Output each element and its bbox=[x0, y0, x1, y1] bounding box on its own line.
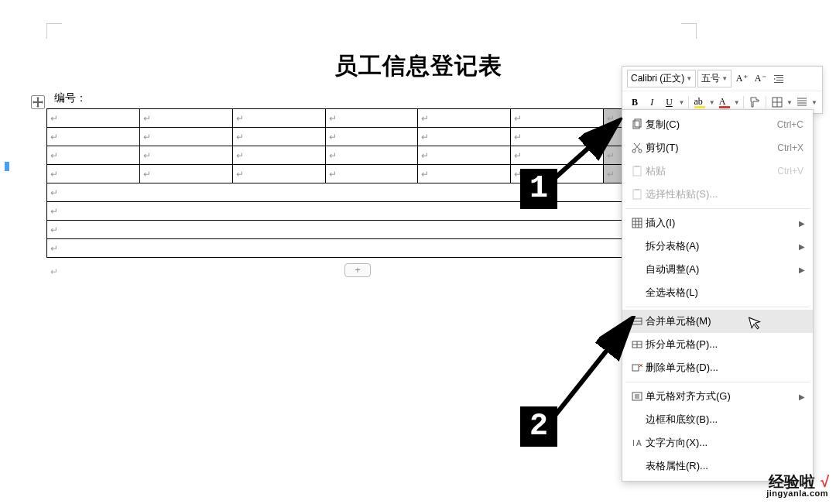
border-button[interactable] bbox=[769, 94, 785, 110]
table-move-handle[interactable] bbox=[31, 95, 45, 109]
context-menu: 复制(C) Ctrl+C 剪切(T) Ctrl+X 粘贴 Ctrl+V 选择性粘… bbox=[622, 109, 814, 482]
menu-label: 插入(I) bbox=[646, 216, 803, 230]
table-cell[interactable]: ↵ bbox=[418, 128, 511, 146]
watermark: 经验啦 √ jingyanla.com bbox=[766, 474, 828, 498]
table-cell[interactable]: ↵ bbox=[325, 128, 418, 146]
increase-font-button[interactable]: A⁺ bbox=[733, 71, 750, 87]
table-row: ↵ bbox=[47, 239, 697, 258]
annotation-number-2: 2 bbox=[520, 406, 557, 447]
font-name-value: Calibri (正文) bbox=[631, 72, 684, 85]
table-cell[interactable]: ↵ bbox=[47, 146, 140, 165]
menu-label: 全选表格(L) bbox=[646, 286, 803, 300]
menu-label: 合并单元格(M) bbox=[646, 314, 803, 328]
page-break-marker bbox=[5, 162, 9, 171]
menu-text-direction[interactable]: IA 文字方向(X)... bbox=[622, 431, 813, 454]
table-cell[interactable]: ↵ bbox=[47, 221, 697, 239]
menu-separator bbox=[625, 307, 810, 307]
table-cell[interactable]: ↵ bbox=[139, 128, 232, 146]
watermark-text: 经验啦 bbox=[769, 473, 815, 490]
table-cell[interactable]: ↵ bbox=[47, 202, 697, 221]
menu-label: 拆分单元格(P)... bbox=[646, 338, 803, 351]
menu-cut[interactable]: 剪切(T) Ctrl+X bbox=[622, 136, 813, 159]
page-corner-tr bbox=[681, 23, 697, 39]
table-cell[interactable]: ↵ bbox=[139, 146, 232, 165]
menu-label: 单元格对齐方式(G) bbox=[646, 389, 803, 403]
menu-split-cells[interactable]: 拆分单元格(P)... bbox=[622, 333, 813, 356]
dropdown-icon[interactable]: ▼ bbox=[709, 99, 715, 106]
table-cell[interactable]: ↵ bbox=[325, 109, 418, 128]
menu-label: 拆分表格(A) bbox=[646, 239, 803, 253]
table-cell[interactable]: ↵ bbox=[232, 128, 325, 146]
table-cell[interactable]: ↵ bbox=[47, 128, 140, 146]
table-cell[interactable]: ↵ bbox=[47, 165, 140, 183]
table-cell[interactable]: ↵ bbox=[47, 109, 140, 128]
menu-delete-cells[interactable]: 删除单元格(D)... bbox=[622, 356, 813, 379]
underline-button[interactable]: U bbox=[661, 94, 677, 110]
submenu-arrow-icon: ▶ bbox=[799, 266, 805, 274]
menu-label: 边框和底纹(B)... bbox=[646, 413, 803, 427]
menu-label: 删除单元格(D)... bbox=[646, 361, 803, 375]
menu-merge-cells[interactable]: 合并单元格(M) bbox=[622, 310, 813, 333]
table-cell[interactable]: ↵ bbox=[418, 109, 511, 128]
bold-button[interactable]: B bbox=[627, 94, 642, 110]
submenu-arrow-icon: ▶ bbox=[799, 393, 805, 401]
indent-icon bbox=[773, 73, 785, 85]
separator bbox=[688, 96, 689, 108]
svg-text:A: A bbox=[636, 439, 642, 447]
brush-icon bbox=[749, 96, 761, 108]
decrease-font-button[interactable]: A⁻ bbox=[752, 71, 769, 87]
table-cell[interactable]: ↵ bbox=[232, 146, 325, 165]
table-row: ↵ bbox=[47, 221, 697, 239]
table-cell[interactable]: ↵ bbox=[418, 165, 511, 183]
svg-rect-8 bbox=[635, 166, 639, 167]
menu-label: 粘贴 bbox=[646, 164, 777, 178]
format-painter-button[interactable] bbox=[747, 94, 762, 110]
menu-cell-align[interactable]: 单元格对齐方式(G) ▶ bbox=[622, 385, 813, 408]
font-color-button[interactable]: A bbox=[717, 94, 732, 110]
svg-rect-10 bbox=[635, 189, 639, 190]
menu-select-all-table[interactable]: 全选表格(L) bbox=[622, 281, 813, 304]
header-number-label: 编号： bbox=[54, 91, 87, 105]
menu-split-table[interactable]: 拆分表格(A) ▶ bbox=[622, 235, 813, 258]
annotation-number-1: 1 bbox=[520, 169, 557, 209]
dropdown-icon[interactable]: ▼ bbox=[786, 99, 793, 106]
font-size-selector[interactable]: 五号 ▼ bbox=[697, 70, 732, 87]
italic-button[interactable]: I bbox=[644, 94, 660, 110]
dropdown-icon[interactable]: ▼ bbox=[811, 99, 817, 106]
menu-separator bbox=[625, 382, 810, 382]
menu-insert[interactable]: 插入(I) ▶ bbox=[622, 211, 813, 235]
table-cell[interactable]: ↵ bbox=[232, 109, 325, 128]
menu-paste: 粘贴 Ctrl+V bbox=[622, 159, 813, 183]
align-button[interactable] bbox=[794, 94, 810, 110]
svg-point-6 bbox=[639, 149, 642, 153]
table-cell[interactable]: ↵ bbox=[418, 146, 511, 165]
table-cell[interactable]: ↵ bbox=[139, 165, 232, 183]
svg-line-29 bbox=[548, 322, 629, 424]
table-cell[interactable]: ↵ bbox=[232, 165, 325, 183]
menu-borders-shading[interactable]: 边框和底纹(B)... bbox=[622, 408, 813, 431]
table-cell[interactable]: ↵ bbox=[325, 165, 418, 183]
paragraph-mark: ↵ bbox=[50, 266, 58, 277]
highlight-label: ab bbox=[694, 96, 703, 107]
add-row-button[interactable]: + bbox=[344, 263, 371, 277]
font-size-value: 五号 bbox=[701, 72, 720, 85]
submenu-arrow-icon: ▶ bbox=[799, 219, 805, 228]
dropdown-icon: ▼ bbox=[686, 75, 692, 82]
svg-rect-11 bbox=[632, 218, 642, 228]
menu-autofit[interactable]: 自动调整(A) ▶ bbox=[622, 258, 813, 281]
menu-label: 复制(C) bbox=[646, 118, 777, 132]
table-cell[interactable]: ↵ bbox=[139, 109, 232, 128]
font-color-label: A bbox=[719, 96, 726, 107]
dropdown-icon[interactable]: ▼ bbox=[679, 99, 685, 106]
insert-icon bbox=[629, 217, 646, 229]
svg-text:I: I bbox=[632, 439, 635, 447]
indent-button[interactable] bbox=[770, 71, 787, 87]
menu-shortcut: Ctrl+C bbox=[777, 119, 803, 130]
dropdown-icon[interactable]: ▼ bbox=[734, 99, 740, 106]
font-name-selector[interactable]: Calibri (正文) ▼ bbox=[627, 70, 696, 87]
align-icon bbox=[796, 96, 808, 108]
menu-copy[interactable]: 复制(C) Ctrl+C bbox=[622, 113, 813, 136]
table-cell[interactable]: ↵ bbox=[325, 146, 418, 165]
highlight-button[interactable]: ab bbox=[691, 94, 707, 110]
table-cell[interactable]: ↵ bbox=[47, 239, 697, 258]
